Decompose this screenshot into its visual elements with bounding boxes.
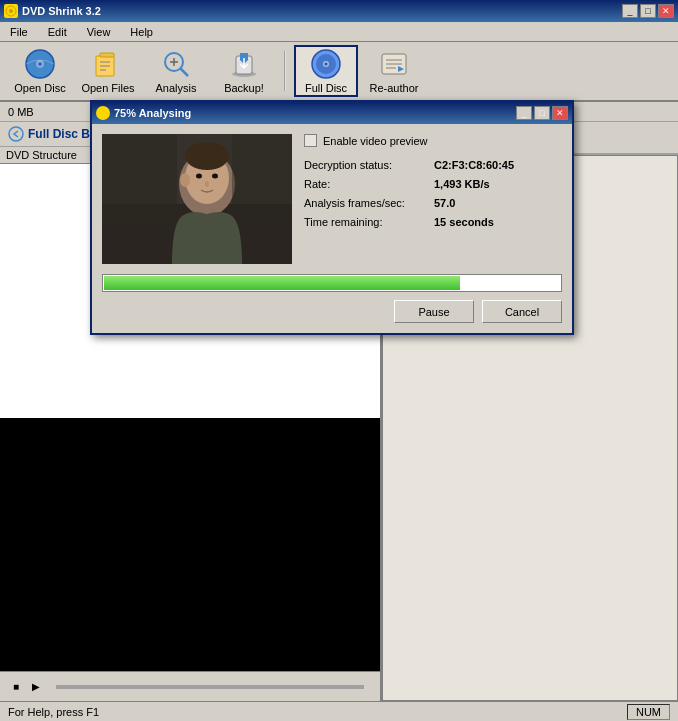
svg-rect-37	[102, 134, 177, 224]
dialog-maximize[interactable]: □	[534, 106, 550, 120]
svg-point-27	[99, 109, 107, 117]
svg-point-34	[212, 174, 218, 179]
frames-label: Analysis frames/sec:	[304, 197, 434, 209]
video-thumbnail	[102, 134, 292, 264]
svg-point-36	[180, 173, 190, 187]
cancel-button[interactable]: Cancel	[482, 300, 562, 323]
svg-point-35	[205, 181, 209, 187]
svg-point-32	[185, 142, 229, 170]
dialog-minimize[interactable]: _	[516, 106, 532, 120]
dialog-body: Enable video preview Decryption status: …	[92, 124, 572, 333]
thumbnail-image	[102, 134, 292, 264]
decryption-value: C2:F3:C8:60:45	[434, 159, 514, 171]
pause-button[interactable]: Pause	[394, 300, 474, 323]
rate-row: Rate: 1,493 KB/s	[304, 178, 562, 190]
dialog-top: Enable video preview Decryption status: …	[102, 134, 562, 264]
progress-container	[102, 274, 562, 292]
dialog-info: Enable video preview Decryption status: …	[304, 134, 562, 264]
time-value: 15 seconds	[434, 216, 494, 228]
analysis-dialog: 75% Analysing _ □ ✕	[90, 100, 574, 335]
dialog-controls[interactable]: _ □ ✕	[516, 106, 568, 120]
frames-value: 57.0	[434, 197, 455, 209]
enable-preview-checkbox[interactable]	[304, 134, 317, 147]
enable-preview-row: Enable video preview	[304, 134, 562, 147]
dialog-title: 75% Analysing	[114, 107, 191, 119]
decryption-label: Decryption status:	[304, 159, 434, 171]
svg-rect-38	[232, 134, 292, 214]
progress-bar	[104, 276, 460, 290]
dialog-title-left: 75% Analysing	[96, 106, 191, 120]
rate-label: Rate:	[304, 178, 434, 190]
time-row: Time remaining: 15 seconds	[304, 216, 562, 228]
dialog-buttons: Pause Cancel	[102, 300, 562, 323]
dialog-icon	[96, 106, 110, 120]
rate-value: 1,493 KB/s	[434, 178, 490, 190]
decryption-row: Decryption status: C2:F3:C8:60:45	[304, 159, 562, 171]
thumbnail-svg	[102, 134, 292, 264]
time-label: Time remaining:	[304, 216, 434, 228]
svg-point-33	[196, 174, 202, 179]
enable-preview-label: Enable video preview	[323, 135, 428, 147]
dialog-overlay: 75% Analysing _ □ ✕	[0, 0, 678, 721]
dialog-close[interactable]: ✕	[552, 106, 568, 120]
dialog-titlebar: 75% Analysing _ □ ✕	[92, 102, 572, 124]
frames-row: Analysis frames/sec: 57.0	[304, 197, 562, 209]
